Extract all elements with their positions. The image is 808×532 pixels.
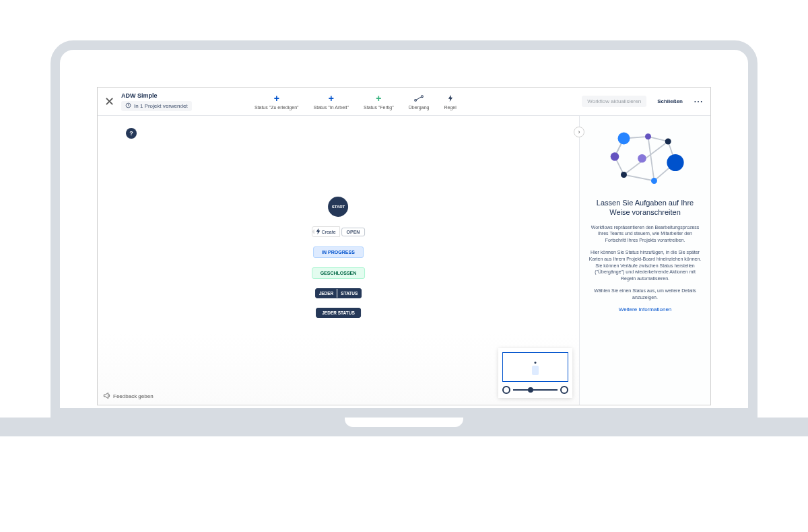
lightning-icon [445, 93, 456, 104]
status-any-node-1[interactable]: JEDERSTATUS [315, 288, 362, 298]
status-inprogress-node[interactable]: IN PROGRESS [313, 246, 364, 258]
panel-collapse-icon[interactable]: › [574, 127, 584, 137]
toolbar-transition-label: Übergang [409, 105, 430, 110]
svg-point-5 [665, 139, 671, 145]
create-label: Create [322, 230, 336, 234]
project-usage-label: In 1 Projekt verwendet [134, 103, 188, 109]
svg-point-2 [422, 96, 424, 98]
add-rule-button[interactable]: Regel [444, 93, 456, 110]
start-node[interactable]: START [328, 197, 348, 217]
svg-point-8 [621, 172, 627, 178]
laptop-base [0, 418, 808, 436]
laptop-frame: ✕ ADW Simple In 1 Projekt verwendet + St… [50, 40, 758, 418]
minimap-viewport[interactable] [502, 352, 568, 382]
app-window: ✕ ADW Simple In 1 Projekt verwendet + St… [97, 87, 711, 405]
feedback-label: Feedback geben [113, 393, 154, 399]
header-bar: ✕ ADW Simple In 1 Projekt verwendet + St… [98, 88, 710, 116]
plus-icon: + [271, 93, 282, 104]
zoom-out-icon[interactable] [502, 386, 510, 394]
create-transition-chip[interactable]: Create [312, 226, 340, 237]
project-usage-chip[interactable]: In 1 Projekt verwendet [121, 101, 192, 111]
network-illustration [601, 129, 689, 190]
workflow-title: ADW Simple [121, 92, 192, 99]
toolbar-rule-label: Regel [444, 105, 456, 110]
megaphone-icon [103, 392, 110, 401]
info-panel: › Lassen [579, 116, 710, 405]
svg-point-4 [645, 133, 651, 139]
workflow-canvas[interactable]: ? START Create OPEN IN PR [98, 116, 579, 405]
add-status-todo-button[interactable]: + Status "Zu erledigen" [255, 93, 299, 110]
toolbar-inprogress-label: Status "In Arbeit" [314, 105, 349, 110]
zoom-slider[interactable] [513, 389, 558, 391]
feedback-button[interactable]: Feedback geben [103, 392, 154, 401]
add-status-done-button[interactable]: + Status "Fertig" [364, 93, 394, 110]
toolbar-todo-label: Status "Zu erledigen" [255, 105, 299, 110]
laptop-notch [343, 418, 465, 428]
close-button[interactable]: Schließen [652, 96, 688, 107]
more-info-link[interactable]: Weitere Informationen [619, 306, 672, 312]
workflow-diagram: START Create OPEN IN PROGRESS GESCHLO [312, 197, 366, 318]
transition-icon [413, 93, 424, 104]
toolbar-done-label: Status "Fertig" [364, 105, 394, 110]
panel-paragraph-3: Wählen Sie einen Status aus, um weitere … [588, 288, 702, 301]
zoom-in-icon[interactable] [560, 386, 568, 394]
close-icon[interactable]: ✕ [104, 96, 114, 108]
svg-point-1 [415, 99, 417, 101]
more-menu-icon[interactable]: ⋯ [694, 96, 704, 107]
update-workflow-button[interactable]: Workflow aktualisieren [582, 96, 646, 107]
status-any-node-2[interactable]: JEDER STATUS [316, 308, 361, 318]
plus-icon: + [373, 93, 384, 104]
svg-point-6 [667, 154, 683, 171]
panel-title: Lassen Sie Aufgaben auf Ihre Weise voran… [588, 198, 702, 218]
add-status-inprogress-button[interactable]: + Status "In Arbeit" [314, 93, 349, 110]
minimap [498, 348, 572, 398]
add-transition-button[interactable]: Übergang [409, 93, 430, 110]
zoom-slider-thumb[interactable] [528, 387, 533, 393]
svg-point-10 [638, 154, 646, 163]
toolbar: + Status "Zu erledigen" + Status "In Arb… [255, 93, 457, 110]
svg-point-3 [618, 133, 630, 145]
lightning-icon [316, 228, 321, 235]
panel-paragraph-1: Workflows repräsentieren den Bearbeitung… [588, 224, 702, 244]
status-closed-node[interactable]: GESCHLOSSEN [312, 267, 366, 279]
clock-icon [125, 102, 131, 110]
status-open-node[interactable]: OPEN [341, 228, 366, 236]
svg-point-7 [651, 178, 657, 184]
svg-point-9 [611, 152, 619, 161]
plus-icon: + [326, 93, 337, 104]
help-icon[interactable]: ? [126, 128, 137, 139]
panel-paragraph-2: Hier können Sie Status hinzufügen, in di… [588, 249, 702, 282]
